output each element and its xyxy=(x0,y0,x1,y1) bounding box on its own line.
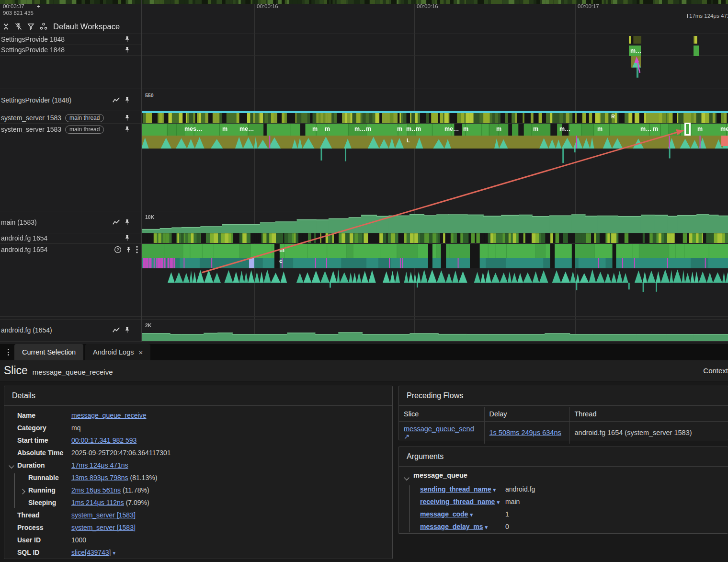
chevron-down-icon[interactable] xyxy=(9,463,14,468)
unpin-all-icon[interactable] xyxy=(14,23,23,31)
selection-kind-label: Slice xyxy=(4,364,28,377)
flow-delay-link[interactable]: 1s 508ms 249μs 634ns xyxy=(489,429,561,436)
scale-bracket-icon xyxy=(687,14,688,18)
workspace-title[interactable]: Default Workspace xyxy=(53,22,120,31)
selection-name-label: message_queue_receive xyxy=(33,368,113,376)
details-label: Sleeping xyxy=(28,499,56,506)
track-name: SettingsProvider (1848) xyxy=(1,96,71,104)
value-link[interactable]: system_server [1583] xyxy=(71,511,136,519)
duration-children-guide xyxy=(14,473,15,508)
pin-icon[interactable] xyxy=(124,234,131,242)
track-row-5[interactable]: main (1583) xyxy=(0,211,141,233)
chevron-down-icon[interactable] xyxy=(404,475,409,480)
pin-icon[interactable] xyxy=(124,326,131,334)
preceding-flows-panel: Preceding Flows SliceDelayThread message… xyxy=(398,386,728,440)
argument-key-link[interactable]: sending_thread_name xyxy=(420,485,491,493)
pin-icon[interactable] xyxy=(124,126,131,133)
perfetto-trace-viewer: 00:03:37+903 821 435 00:00:16000 000 000… xyxy=(0,0,728,562)
pin-icon[interactable] xyxy=(124,114,131,122)
main-thread-badge: main thread xyxy=(65,114,104,122)
tab-android-logs[interactable]: Android Logs× xyxy=(85,344,150,360)
flow-thread-cell: android.fg 1654 (system_server 1583) xyxy=(569,422,700,444)
tab-menu-kebab-icon[interactable] xyxy=(4,348,12,356)
track-canvas-androidfg-sched[interactable] xyxy=(141,233,728,243)
value-link[interactable]: 2ms 16μs 561ns xyxy=(71,486,121,494)
track-canvas-androidfg-counter[interactable] xyxy=(141,320,728,341)
track-row-4[interactable]: system_server 1583main thread xyxy=(0,123,141,136)
bottom-panel: Current Selection Android Logs× Slice me… xyxy=(0,344,728,562)
track-row-1[interactable]: SettingsProvide 1848 xyxy=(0,45,141,55)
chevron-right-icon[interactable] xyxy=(20,489,25,494)
value-link[interactable]: 00:00:17.341 982 593 xyxy=(71,436,136,444)
details-value: 13ms 893μs 798ns (81.13%) xyxy=(71,474,157,482)
flows-row: message_queue_send ↗1s 508ms 249μs 634ns… xyxy=(399,422,728,444)
dropdown-caret-icon[interactable]: ▾ xyxy=(470,512,473,517)
track-row-6[interactable]: android.fg 1654 xyxy=(0,233,141,243)
close-tab-icon[interactable]: × xyxy=(138,348,143,356)
details-panel: Details Namemessage_queue_receiveCategor… xyxy=(4,386,393,559)
settingsprovider-slice[interactable] xyxy=(694,46,699,56)
details-row: Threadsystem_server [1583] xyxy=(4,509,392,522)
context-button[interactable]: Context xyxy=(703,367,728,375)
track-canvas-main-counter[interactable] xyxy=(141,211,728,233)
pin-icon[interactable] xyxy=(125,246,132,253)
value-link[interactable]: system_server [1583] xyxy=(71,524,136,531)
slice-header-bar: Slice message_queue_receive Context xyxy=(0,360,728,381)
settingsprovider-sched-block[interactable] xyxy=(694,36,698,44)
filter-icon[interactable] xyxy=(27,23,35,31)
track-name: android.fg 1654 xyxy=(1,246,47,253)
argument-key-link[interactable]: message_code xyxy=(420,510,468,518)
argument-row: receiving_thread_name▾main xyxy=(399,496,728,509)
dropdown-caret-icon[interactable]: ▾ xyxy=(485,524,488,530)
details-row: Absolute Time2025-09-25T20:47:06.3641173… xyxy=(4,447,392,459)
details-label: Category xyxy=(17,424,46,432)
dropdown-caret-icon[interactable]: ▾ xyxy=(113,550,116,556)
argument-group[interactable]: message_queue xyxy=(399,471,728,484)
value-link[interactable]: 13ms 893μs 798ns xyxy=(71,474,128,482)
help-icon[interactable]: ? xyxy=(114,246,122,253)
workspace-icon[interactable] xyxy=(39,22,48,31)
value-link[interactable]: 17ms 124μs 471ns xyxy=(71,461,128,469)
pin-icon[interactable] xyxy=(124,96,131,104)
pin-icon[interactable] xyxy=(124,218,131,226)
flow-slice-link[interactable]: message_queue_send xyxy=(404,425,474,433)
settingsprovider-sched-block[interactable] xyxy=(629,36,641,44)
dropdown-caret-icon[interactable]: ▾ xyxy=(493,487,496,493)
kebab-menu-icon[interactable] xyxy=(136,245,138,254)
pin-icon[interactable] xyxy=(124,46,131,54)
tab-bar: Current Selection Android Logs× xyxy=(0,344,728,360)
track-row-7[interactable]: android.fg 1654? xyxy=(0,243,141,256)
arguments-panel: Arguments message_queuesending_thread_na… xyxy=(398,447,728,534)
details-label: User ID xyxy=(17,536,41,544)
track-name: system_server 1583 xyxy=(1,114,61,122)
sidebar-divider[interactable] xyxy=(141,0,142,342)
track-row-2[interactable]: SettingsProvider (1848) xyxy=(0,89,141,111)
track-canvas-system-server-sched[interactable] xyxy=(141,113,728,123)
track-row-3[interactable]: system_server 1583main thread xyxy=(0,113,141,123)
selected-slice[interactable] xyxy=(684,123,691,136)
pin-icon[interactable] xyxy=(124,35,131,43)
dropdown-caret-icon[interactable]: ▾ xyxy=(497,499,500,505)
details-value: system_server [1583] xyxy=(71,511,136,519)
workspace-toolbar: Default Workspace xyxy=(2,20,120,33)
settingsprovider-slice[interactable] xyxy=(629,46,641,56)
collapse-tracks-icon[interactable] xyxy=(2,23,10,31)
track-name: SettingsProvide 1848 xyxy=(1,35,65,43)
open-flow-arrow-icon[interactable]: ↗ xyxy=(404,433,410,440)
track-row-0[interactable]: SettingsProvide 1848 xyxy=(0,34,141,45)
value-link[interactable]: message_queue_receive xyxy=(71,412,146,419)
argument-row: sending_thread_name▾android.fg xyxy=(399,484,728,496)
value-link[interactable]: slice[439743] xyxy=(71,549,111,556)
trace-minimap[interactable] xyxy=(0,0,728,4)
value-link[interactable]: 1ms 214μs 112ns xyxy=(71,499,124,506)
track-canvas-androidfg-slices[interactable] xyxy=(141,243,728,292)
settingsprovider-drop[interactable] xyxy=(637,68,638,78)
settingsprovider-flame-peak[interactable] xyxy=(632,58,641,68)
track-row-8[interactable]: android.fg (1654) xyxy=(0,319,141,341)
track-canvas-system-server-slices[interactable] xyxy=(141,123,728,136)
tab-current-selection[interactable]: Current Selection xyxy=(14,344,83,360)
track-canvas-system-server-flame[interactable] xyxy=(141,136,728,165)
track-separator xyxy=(0,341,728,342)
argument-key-link[interactable]: message_delay_ms xyxy=(420,523,483,530)
argument-key-link[interactable]: receiving_thread_name xyxy=(420,498,495,505)
